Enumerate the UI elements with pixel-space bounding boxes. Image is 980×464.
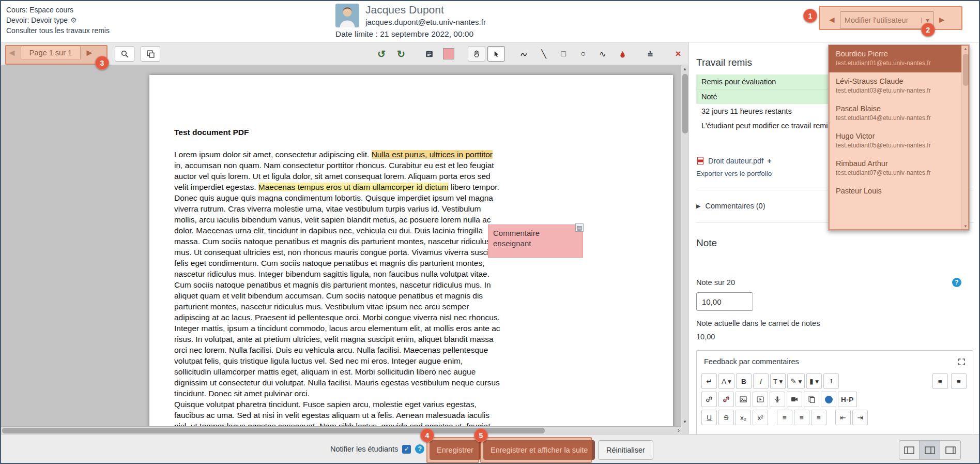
highlight-tool-button[interactable]: ∿ (594, 46, 611, 62)
feedback-heading: Feedback par commentaires (704, 357, 799, 366)
gear-icon[interactable]: ⚙ (70, 15, 77, 25)
teacher-comment-annotation[interactable]: Commentaire enseignant ▤ (488, 224, 583, 258)
document-horizontal-scrollbar[interactable]: › (1, 426, 681, 434)
link-button[interactable] (701, 392, 717, 407)
change-user-select[interactable]: Modifier l'utilisateur ▼ (840, 11, 934, 29)
search-comments-button[interactable] (115, 46, 134, 62)
highlight-annotation[interactable]: Maecenas tempus eros ut diam ullamcorper… (258, 183, 449, 191)
underline-button[interactable]: U (701, 410, 717, 425)
assignment-link[interactable]: Devoir: Devoir type (6, 15, 68, 25)
scrollbar-thumb[interactable] (682, 74, 688, 133)
scroll-up-icon[interactable]: ▲ (681, 65, 688, 73)
dropdown-scrollbar[interactable]: ▲ ▼ (961, 45, 969, 230)
align-center-button[interactable]: ≡ (794, 410, 809, 425)
view-all-submissions-link[interactable]: Consulter tous les travaux remis (6, 25, 110, 36)
scrollbar-thumb[interactable] (963, 54, 969, 86)
record-audio-button[interactable] (770, 392, 785, 407)
stamp-icon (646, 50, 654, 58)
expand-comments-button[interactable] (141, 46, 160, 62)
layout-collapse-review-button[interactable] (899, 440, 920, 460)
Pascal Blaise[interactable]: Pascal Blaise test.etudiant04@etu.univ-n… (829, 100, 961, 127)
action-bar: Notifier les étudiants ✓ ? Enregistrer E… (1, 434, 979, 464)
stamp-tool-button[interactable] (641, 46, 659, 62)
outdent-button[interactable]: ⇤ (835, 410, 851, 425)
comment-tool-button[interactable] (420, 46, 438, 62)
superscript-button[interactable]: x² (753, 410, 768, 425)
editor-toolbar-row3: U S x₂ x² ≡ ≡ ≡ ⇤ (701, 410, 968, 425)
Lévi-Strauss Claude[interactable]: Lévi-Strauss Claude test.etudiant03@etu.… (829, 72, 961, 100)
unlink-button[interactable] (718, 392, 734, 407)
toolbar-collapse-button[interactable]: ↵ (701, 373, 717, 389)
save-and-show-next-button[interactable]: Enregistrer et afficher la suite (483, 440, 595, 460)
layout-right-icon (945, 446, 956, 454)
unordered-list-button[interactable]: ≡ (932, 373, 948, 389)
text-segment: libero tempor. Donec quis augue quis mag… (174, 183, 500, 398)
Hugo Victor[interactable]: Hugo Victor test.etudiant05@etu.univ-nan… (829, 127, 961, 155)
text-color-button[interactable]: ✎ ▾ (787, 373, 805, 389)
grade-input[interactable] (696, 292, 753, 311)
save-button[interactable]: Enregistrer (430, 440, 481, 460)
plus-icon[interactable]: + (767, 157, 771, 165)
expand-editor-icon[interactable] (958, 358, 966, 366)
delete-annotation-button[interactable]: × (669, 46, 687, 62)
scroll-down-icon[interactable]: ▼ (962, 222, 969, 230)
highlight-color-button[interactable]: ▮ ▾ (806, 373, 822, 389)
scroll-up-icon[interactable]: ▲ (962, 45, 969, 53)
Bourdieu Pierre[interactable]: Bourdieu Pierre test.etudiant01@etu.univ… (829, 45, 961, 72)
h5p-button[interactable]: H-P (838, 392, 857, 407)
document-vertical-scrollbar[interactable]: ▲ ▼ (681, 65, 688, 434)
next-user-arrow-icon[interactable]: ► (938, 15, 946, 25)
oval-tool-button[interactable]: ○ (574, 46, 592, 62)
insert-media-button[interactable] (753, 392, 768, 407)
user-name: Bourdieu Pierre (836, 49, 954, 58)
scroll-down-icon[interactable]: ▼ (681, 418, 688, 426)
layout-default-button[interactable] (920, 440, 940, 460)
manage-files-button[interactable] (804, 392, 819, 407)
previous-user-arrow-icon[interactable]: ◄ (828, 15, 836, 25)
rotate-right-icon[interactable]: ↻ (392, 46, 410, 62)
paragraph-styles-button[interactable]: A ▾ (718, 373, 734, 389)
italic-button[interactable]: I (753, 373, 769, 389)
line-tool-button[interactable]: ╲ (535, 46, 553, 62)
strikethrough-button[interactable]: S (718, 410, 734, 425)
cursor-arrow-icon (493, 50, 500, 58)
help-icon[interactable]: ? (415, 444, 424, 454)
export-portfolio-link[interactable]: Exporter vers le portfolio (696, 170, 772, 177)
subscript-button[interactable]: x₂ (736, 410, 751, 425)
pen-tool-button[interactable] (515, 46, 533, 62)
insert-image-button[interactable] (736, 392, 751, 407)
Pasteur Louis[interactable]: Pasteur Louis (829, 182, 961, 209)
select-tool-button[interactable] (487, 46, 505, 62)
layout-collapse-grade-button[interactable] (940, 440, 961, 460)
notify-checkbox[interactable]: ✓ (402, 445, 411, 454)
scroll-right-icon[interactable]: › (678, 427, 680, 434)
font-button[interactable]: T ▾ (770, 373, 786, 389)
rotate-left-icon[interactable]: ↺ (373, 46, 390, 62)
comment-text: Commentaire enseignant (493, 229, 540, 248)
record-video-button[interactable] (787, 392, 802, 407)
align-right-button[interactable]: ≡ (811, 410, 826, 425)
indent-button[interactable]: ⇥ (852, 410, 868, 425)
clear-formatting-button[interactable]: I (823, 373, 839, 389)
Rimbaud Arthur[interactable]: Rimbaud Arthur test.etudiant07@etu.univ-… (829, 155, 961, 182)
comment-menu-icon[interactable]: ▤ (575, 223, 584, 232)
pdf-file-icon (696, 157, 705, 165)
ordered-list-button[interactable]: ≡ (951, 373, 967, 389)
help-icon[interactable]: ? (952, 278, 961, 287)
next-page-arrow-icon[interactable]: ► (85, 48, 94, 58)
reset-button[interactable]: Réinitialiser (598, 440, 653, 460)
unlink-icon (722, 395, 730, 403)
drag-tool-button[interactable] (468, 46, 485, 62)
scrollbar-thumb[interactable] (2, 428, 545, 433)
submission-file-link[interactable]: Droit dauteur.pdf (708, 157, 763, 165)
highlight-annotation[interactable]: Nulla est purus, ultrices in porttitor (372, 150, 493, 159)
rectangle-tool-button[interactable]: □ (555, 46, 572, 62)
course-link[interactable]: Cours: Espace cours (6, 5, 73, 15)
bold-button[interactable]: B (736, 373, 752, 389)
user-name: Rimbaud Arthur (836, 159, 954, 168)
previous-page-arrow-icon[interactable]: ◄ (7, 48, 17, 58)
annotation-colour-button[interactable] (614, 46, 631, 62)
align-left-button[interactable]: ≡ (777, 410, 792, 425)
comment-colour-button[interactable] (440, 46, 457, 62)
record-rtc-button[interactable] (821, 392, 836, 407)
